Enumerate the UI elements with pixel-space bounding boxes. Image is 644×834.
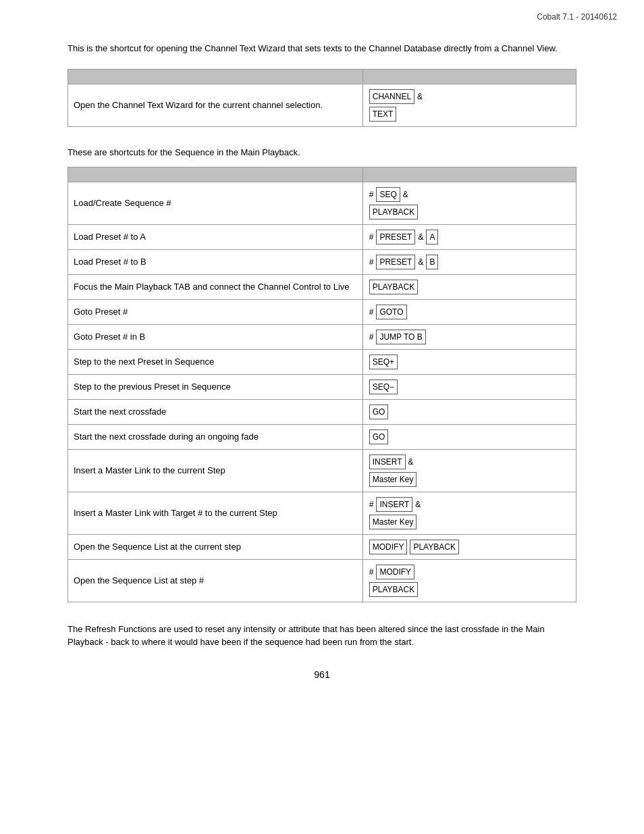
row-keys: INSERT & Master Key xyxy=(363,449,576,492)
table-row: Goto Preset # in B # JUMP TO B xyxy=(68,324,576,349)
table-row: Step to the previous Preset in Sequence … xyxy=(68,374,576,399)
section1-col1-header xyxy=(68,69,363,84)
row-desc: Open the Sequence List at the current st… xyxy=(68,534,363,559)
row-desc: Step to the next Preset in Sequence xyxy=(68,349,363,374)
row-desc: Load/Create Sequence # xyxy=(68,182,363,224)
masterkey-key: Master Key xyxy=(369,472,417,487)
row-keys: PLAYBACK xyxy=(363,274,576,299)
section2-col2-header xyxy=(363,167,576,182)
section1-col2-header xyxy=(363,69,576,84)
row-desc: Open the Sequence List at step # xyxy=(68,559,363,602)
go-key: GO xyxy=(369,405,389,419)
hash-symbol: # xyxy=(369,498,374,511)
table-row: Open the Sequence List at the current st… xyxy=(68,534,576,559)
row-desc: Load Preset # to A xyxy=(68,224,363,249)
insert-key: INSERT xyxy=(376,497,412,512)
row-keys: SEQ− xyxy=(363,374,576,399)
row-desc: Start the next crossfade xyxy=(68,399,363,424)
page-number: 961 xyxy=(68,669,576,680)
table-row: Load Preset # to B # PRESET & B xyxy=(68,249,576,274)
section2-col1-header xyxy=(68,167,363,182)
row-desc: Goto Preset # xyxy=(68,299,363,324)
goto-key: GOTO xyxy=(376,305,406,319)
amp-symbol: & xyxy=(417,90,423,103)
table-row: Load Preset # to A # PRESET & A xyxy=(68,224,576,249)
seqminus-key: SEQ− xyxy=(369,380,398,394)
section1-row1-desc: Open the Channel Text Wizard for the cur… xyxy=(68,84,363,126)
section2-intro: These are shortcuts for the Sequence in … xyxy=(68,147,576,157)
page-header: Cobalt 7.1 - 20140612 xyxy=(0,0,644,22)
jumptob-key: JUMP TO B xyxy=(376,330,425,344)
amp-symbol: & xyxy=(418,231,423,243)
modify-key: MODIFY xyxy=(369,540,408,554)
hash-symbol: # xyxy=(369,256,374,268)
row-keys: # SEQ & PLAYBACK xyxy=(363,182,576,224)
row-keys: # GOTO xyxy=(363,299,576,324)
row-keys: # JUMP TO B xyxy=(363,324,576,349)
amp-symbol: & xyxy=(418,256,423,268)
row-desc: Insert a Master Link to the current Step xyxy=(68,449,363,492)
table-row: Load/Create Sequence # # SEQ & PLAYBACK xyxy=(68,182,576,224)
section1-intro: This is the shortcut for opening the Cha… xyxy=(68,42,576,55)
table-row: Start the next crossfade during an ongoi… xyxy=(68,424,576,449)
insert-key: INSERT xyxy=(369,454,406,469)
hash-symbol: # xyxy=(369,231,374,243)
row-desc: Insert a Master Link with Target # to th… xyxy=(68,492,363,534)
playback-key: PLAYBACK xyxy=(369,582,418,597)
channel-key: CHANNEL xyxy=(369,89,414,104)
amp-symbol: & xyxy=(408,456,414,468)
row-keys: MODIFY PLAYBACK xyxy=(363,534,576,559)
preset-key: PRESET xyxy=(376,230,415,244)
table-row: Open the Sequence List at step # # MODIF… xyxy=(68,559,576,602)
modify-key: MODIFY xyxy=(376,565,414,579)
hash-symbol: # xyxy=(369,331,374,343)
row-desc: Load Preset # to B xyxy=(68,249,363,274)
playback-key: PLAYBACK xyxy=(369,205,418,219)
row-desc: Start the next crossfade during an ongoi… xyxy=(68,424,363,449)
text-key: TEXT xyxy=(369,107,397,122)
table-row: Insert a Master Link with Target # to th… xyxy=(68,492,576,534)
row-desc: Step to the previous Preset in Sequence xyxy=(68,374,363,399)
row-keys: SEQ+ xyxy=(363,349,576,374)
amp-symbol: & xyxy=(403,188,408,201)
playback-key: PLAYBACK xyxy=(410,540,458,554)
footer-text: The Refresh Functions are used to reset … xyxy=(68,623,576,649)
hash-symbol: # xyxy=(369,306,374,318)
preset-key: PRESET xyxy=(376,255,415,269)
masterkey-key: Master Key xyxy=(369,515,417,529)
row-desc: Goto Preset # in B xyxy=(68,324,363,349)
table-row: Step to the next Preset in Sequence SEQ+ xyxy=(68,349,576,374)
section1-row1-keys: CHANNEL & TEXT xyxy=(363,84,576,126)
b-key: B xyxy=(426,255,438,269)
table-row: Start the next crossfade GO xyxy=(68,399,576,424)
go-key: GO xyxy=(369,429,389,444)
section2-table: Load/Create Sequence # # SEQ & PLAYBACK xyxy=(68,167,576,602)
row-keys: # INSERT & Master Key xyxy=(363,492,576,534)
amp-symbol: & xyxy=(415,498,421,511)
table-row: Open the Channel Text Wizard for the cur… xyxy=(68,84,576,126)
playback-key: PLAYBACK xyxy=(369,280,418,294)
table-row: Focus the Main Playback TAB and connect … xyxy=(68,274,576,299)
row-keys: GO xyxy=(363,424,576,449)
seqplus-key: SEQ+ xyxy=(369,355,398,369)
header-title: Cobalt 7.1 - 20140612 xyxy=(537,12,617,22)
row-desc: Focus the Main Playback TAB and connect … xyxy=(68,274,363,299)
table-row: Goto Preset # # GOTO xyxy=(68,299,576,324)
seq-key: SEQ xyxy=(376,187,400,202)
hash-symbol: # xyxy=(369,188,374,201)
row-keys: # PRESET & B xyxy=(363,249,576,274)
table-row: Insert a Master Link to the current Step… xyxy=(68,449,576,492)
hash-symbol: # xyxy=(369,566,374,578)
row-keys: # MODIFY PLAYBACK xyxy=(363,559,576,602)
a-key: A xyxy=(426,230,438,244)
section1-table: Open the Channel Text Wizard for the cur… xyxy=(68,69,576,127)
row-keys: GO xyxy=(363,399,576,424)
row-keys: # PRESET & A xyxy=(363,224,576,249)
